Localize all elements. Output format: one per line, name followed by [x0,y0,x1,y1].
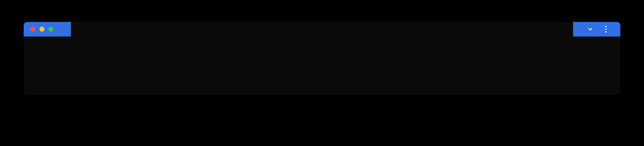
dot [605,29,607,30]
maximize-button[interactable] [48,27,53,32]
window-body [24,22,620,95]
more-vertical-icon[interactable] [605,26,607,33]
dot [605,31,607,33]
traffic-lights-bar [24,22,71,36]
dot [605,26,607,27]
minimize-button[interactable] [39,27,44,32]
terminal-window [24,22,620,95]
window-controls-bar [573,22,620,36]
chevron-down-icon[interactable] [587,26,594,33]
close-button[interactable] [30,27,35,32]
